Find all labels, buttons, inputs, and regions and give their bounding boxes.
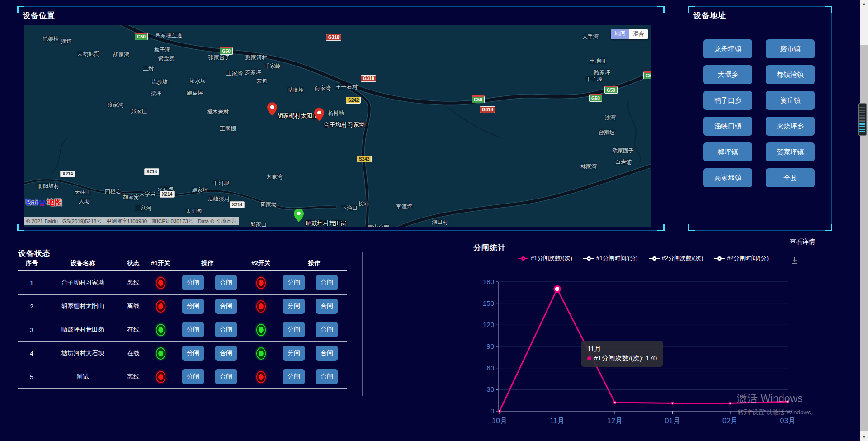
address-button[interactable]: 大堰乡 xyxy=(703,65,752,84)
map-place-label: 流沙坡 xyxy=(151,78,168,86)
map-place-label: 樟木岩村 xyxy=(207,108,229,116)
trip-button[interactable]: 分闸 xyxy=(283,346,305,361)
address-button[interactable]: 贺家坪镇 xyxy=(766,142,815,161)
road-badge-s242: S242 xyxy=(357,156,372,162)
map-place-label: 洞坪 xyxy=(61,38,72,46)
close-button[interactable]: 合闸 xyxy=(215,275,237,290)
trip-button[interactable]: 分闸 xyxy=(283,369,305,384)
map-place-label: 阴阳坡村 xyxy=(38,182,59,190)
address-button[interactable]: 龙舟坪镇 xyxy=(703,39,752,58)
legend-line-icon xyxy=(518,256,528,261)
map-place-label: 湖口村 xyxy=(432,218,448,226)
svg-text:0: 0 xyxy=(491,407,494,415)
map-marker-pin[interactable] xyxy=(267,102,277,116)
close-button[interactable]: 合闸 xyxy=(316,322,338,337)
map-place-label: 千家岭 xyxy=(264,62,281,70)
close-button[interactable]: 合闸 xyxy=(316,275,338,290)
trip-button[interactable]: 分闸 xyxy=(182,369,204,384)
map-attribution: © 2021 Baidu - GS(2019)5218号 - 甲测资字11009… xyxy=(24,217,239,225)
legend-item[interactable]: #1分闸次数/(次) xyxy=(518,254,572,262)
map-type-option-hybrid[interactable]: 混合 xyxy=(629,29,648,39)
map-place-label: 王子石村 xyxy=(336,83,358,91)
svg-text:90: 90 xyxy=(486,342,494,350)
chart-tooltip: 11月 #1分闸次数/(次): 170 xyxy=(581,341,663,367)
baidu-map[interactable]: 地图 混合 Bai 地图 © 2021 Baidu - GS(2019)5218… xyxy=(24,25,651,227)
address-button[interactable]: 都镇湾镇 xyxy=(766,65,815,84)
legend-line-icon xyxy=(714,256,725,261)
switch-indicator-red xyxy=(256,277,266,289)
map-place-label: 东包 xyxy=(256,77,267,85)
close-button[interactable]: 合闸 xyxy=(215,369,237,384)
address-button[interactable]: 火烧坪乡 xyxy=(766,117,815,136)
map-place-label: 下渔口 xyxy=(341,204,358,212)
trip-button[interactable]: 分闸 xyxy=(283,322,305,337)
svg-text:03月: 03月 xyxy=(780,417,796,425)
download-icon[interactable] xyxy=(790,256,799,266)
device-location-title: 设备位置 xyxy=(23,10,55,21)
legend-item[interactable]: #2分闸时间/(分) xyxy=(714,254,769,262)
trip-button[interactable]: 分闸 xyxy=(182,322,204,337)
map-place-label: 高家堰互通 xyxy=(155,32,182,39)
map-place-label: 土地咀 xyxy=(590,57,606,65)
close-button[interactable]: 合闸 xyxy=(316,346,338,361)
map-place-label: 胡家湾 xyxy=(113,51,129,59)
map-type-option-map[interactable]: 地图 xyxy=(611,29,629,39)
trip-button[interactable]: 分闸 xyxy=(182,346,204,361)
device-location-panel: 设备位置 xyxy=(18,6,664,231)
legend-label: #1分闸时间/(分) xyxy=(596,254,638,262)
trip-button[interactable]: 分闸 xyxy=(182,275,204,290)
road-badge-g318: G318 xyxy=(361,75,376,82)
tooltip-title: 11月 xyxy=(587,344,657,353)
road-badge-s242: S242 xyxy=(346,97,361,104)
close-button[interactable]: 合闸 xyxy=(215,299,237,314)
legend-label: #2分闸时间/(分) xyxy=(727,254,769,262)
svg-text:12月: 12月 xyxy=(607,417,623,425)
road-badge-g50: G50 xyxy=(604,86,618,94)
device-name: 合子坳村习家坳 xyxy=(45,279,120,287)
road-badge-g318: G318 xyxy=(480,106,495,113)
scrollbar-down-arrow[interactable]: ▼ xyxy=(860,433,868,441)
table-row: 5测试离线分闸合闸分闸合闸 xyxy=(18,365,347,389)
legend-label: #1分闸次数/(次) xyxy=(531,254,572,262)
close-button[interactable]: 合闸 xyxy=(316,299,338,314)
scrollbar-up-arrow[interactable]: ▲ xyxy=(860,0,868,8)
address-button[interactable]: 全县 xyxy=(766,168,815,187)
switch-indicator-green xyxy=(256,347,266,360)
trip-button[interactable]: 分闸 xyxy=(182,299,204,314)
road-badge-g50: G50 xyxy=(589,94,602,102)
close-button[interactable]: 合闸 xyxy=(316,369,338,384)
table-row: 1合子坳村习家坳离线分闸合闸分闸合闸 xyxy=(18,271,347,295)
map-place-label: 天鹅抱蛋 xyxy=(77,50,99,58)
address-button[interactable]: 渔峡口镇 xyxy=(703,117,752,136)
map-place-label: 白岩铺 xyxy=(615,158,632,166)
map-marker-pin[interactable] xyxy=(314,108,324,121)
map-place-label: 四橙岩 xyxy=(105,188,121,195)
close-button[interactable]: 合闸 xyxy=(215,346,237,361)
address-button[interactable]: 磨市镇 xyxy=(766,39,815,58)
page-scrollbar[interactable]: ▲ ▼ xyxy=(860,0,868,441)
road-badge-g318: G318 xyxy=(326,34,341,41)
address-button[interactable]: 榔坪镇 xyxy=(703,142,752,161)
trip-button[interactable]: 分闸 xyxy=(283,275,305,290)
close-button[interactable]: 合闸 xyxy=(215,322,237,337)
address-button[interactable]: 鸭子口乡 xyxy=(703,91,752,110)
map-marker-pin[interactable] xyxy=(294,209,304,222)
device-status: 在线 xyxy=(120,349,146,357)
address-button[interactable]: 高家堰镇 xyxy=(703,168,752,187)
road-badge-x214: X214 xyxy=(160,191,175,198)
address-button-grid: 龙舟坪镇磨市镇大堰乡都镇湾镇鸭子口乡资丘镇渔峡口镇火烧坪乡榔坪镇贺家坪镇高家堰镇… xyxy=(703,39,815,187)
trip-button[interactable]: 分闸 xyxy=(283,299,305,314)
legend-line-icon xyxy=(649,256,660,261)
view-details-link[interactable]: 查看详情 xyxy=(790,238,815,246)
address-button[interactable]: 资丘镇 xyxy=(766,91,815,110)
map-place-label: 太阳包 xyxy=(186,208,202,215)
switch-indicator-green xyxy=(156,324,165,336)
map-marker-label: 晒鼓坪村荒田岗 xyxy=(306,219,347,227)
legend-item[interactable]: #2分闸次数/(次) xyxy=(649,254,703,262)
svg-text:60: 60 xyxy=(486,364,494,372)
legend-item[interactable]: #1分闸时间/(分) xyxy=(583,254,638,262)
table-row: 3晒鼓坪村荒田岗在线分闸合闸分闸合闸 xyxy=(18,318,347,342)
map-place-label: 三岔河 xyxy=(135,204,151,212)
device-status-table: 序号 设备名称 状态 #1开关 操作 #2开关 操作 1合子坳村习家坳离线分闸合… xyxy=(18,257,347,389)
map-place-label: 彭家河村 xyxy=(245,54,267,62)
